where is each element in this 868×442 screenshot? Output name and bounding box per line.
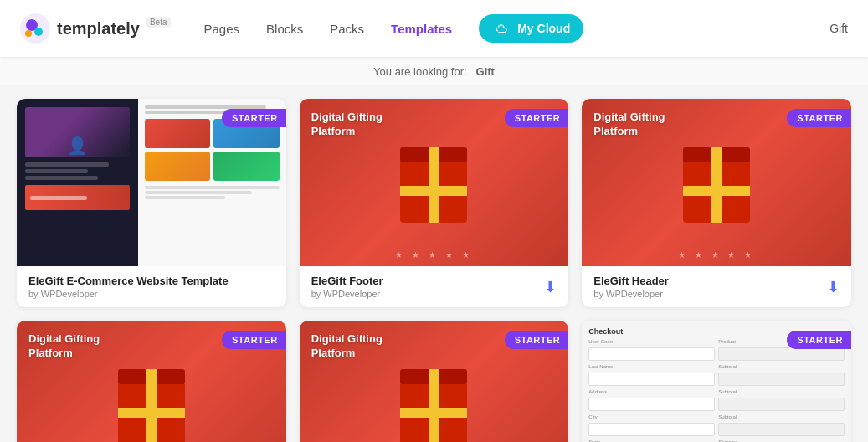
thumb-overlay-5: Digital GiftingPlatform: [311, 332, 383, 361]
logo-icon: [20, 13, 50, 44]
thumb-overlay-2: Digital GiftingPlatform: [311, 110, 383, 139]
card-elegift-ecommerce: STARTER EleGift E-Commerce Website Templ…: [17, 99, 286, 307]
download-button-2[interactable]: ⬇: [544, 278, 557, 296]
checkout-label-2: Last Name: [588, 364, 715, 369]
search-area: Gift: [829, 22, 848, 35]
my-cloud-button[interactable]: My Cloud: [479, 14, 583, 43]
starter-badge-3: STARTER: [787, 109, 851, 127]
thumb-banner: [25, 185, 130, 210]
card-info-2: EleGift Footer by WPDeveloper: [311, 275, 383, 299]
thumb-hero: [25, 107, 130, 157]
card-elegift-footer: Digital GiftingPlatform ★ ★ ★ ★ ★ STARTE…: [300, 99, 569, 307]
card-thumb-elegift-ecommerce[interactable]: STARTER: [17, 99, 286, 266]
thumb-product-4: [213, 152, 279, 181]
card-digital-gifting-2: Digital GiftingPlatform ★ ★ ★ ★ ★ STARTE…: [300, 321, 569, 442]
svg-point-2: [34, 28, 43, 36]
svg-point-4: [492, 19, 511, 38]
card-thumb-elegift-footer[interactable]: Digital GiftingPlatform ★ ★ ★ ★ ★ STARTE…: [300, 99, 569, 266]
search-value[interactable]: Gift: [829, 22, 848, 35]
cloud-icon: [492, 19, 511, 38]
gift-stars-3: ★ ★ ★ ★ ★: [582, 250, 851, 260]
checkout-field-9: [718, 423, 845, 436]
card-title-3: EleGift Header: [593, 275, 669, 287]
starter-badge-1: STARTER: [222, 109, 286, 127]
download-button-3[interactable]: ⬇: [827, 278, 840, 296]
starter-badge-5: STARTER: [505, 331, 569, 349]
ribbon-h-5: [400, 408, 467, 418]
nav-templates[interactable]: Templates: [391, 18, 452, 39]
gift-box-4: [118, 382, 185, 443]
card-info-1: EleGift E-Commerce Website Template by W…: [28, 275, 229, 299]
card-grid: STARTER EleGift E-Commerce Website Templ…: [0, 85, 868, 442]
card-checkout: Checkout User Code Last Name Address Cit…: [582, 321, 851, 442]
thumb-left: [17, 99, 138, 266]
gift-box-5: [400, 382, 467, 443]
ribbon-v-2: [429, 147, 439, 223]
my-cloud-label: My Cloud: [517, 22, 570, 35]
checkout-label-8: Subtotal: [718, 389, 845, 394]
search-prefix: You are looking for:: [373, 65, 467, 78]
card-author-3: by WPDeveloper: [593, 289, 669, 299]
card-footer-1: EleGift E-Commerce Website Template by W…: [17, 266, 286, 307]
checkout-field-7: [718, 373, 845, 386]
ribbon-h-3: [683, 186, 750, 196]
checkout-field-2: [588, 373, 715, 386]
starter-badge-2: STARTER: [505, 109, 569, 127]
thumb-product-3: [145, 152, 210, 181]
svg-point-3: [25, 30, 32, 37]
checkout-col-2: Product Subtotal Subtotal Subtotal Shipp…: [718, 339, 845, 442]
nav-packs[interactable]: Packs: [330, 18, 364, 39]
logo-area: templately Beta: [20, 13, 171, 44]
card-title-1: EleGift E-Commerce Website Template: [28, 275, 229, 287]
checkout-field-8: [718, 398, 845, 411]
ribbon-v-4: [146, 369, 157, 443]
checkout-field-3: [588, 398, 715, 411]
thumb-checkout-form: User Code Last Name Address City State P…: [588, 339, 845, 442]
thumb-products: [145, 119, 280, 181]
checkout-field-1: [588, 347, 715, 361]
ribbon-h-2: [400, 186, 467, 196]
nav-blocks[interactable]: Blocks: [266, 18, 303, 39]
checkout-label-7: Subtotal: [718, 364, 845, 369]
ribbon-v-5: [429, 369, 439, 443]
card-digital-gifting-1: Digital GiftingPlatform ★ ★ ★ ★ ★ STARTE…: [17, 321, 286, 442]
main-nav: Pages Blocks Packs Templates My Cloud: [204, 14, 830, 43]
thumb-overlay-4: Digital GiftingPlatform: [28, 332, 100, 361]
thumb-text-rows: [25, 162, 130, 180]
checkout-label-1: User Code: [588, 339, 715, 344]
gift-box-3: [683, 160, 750, 223]
checkout-label-3: Address: [588, 389, 715, 394]
nav-pages[interactable]: Pages: [204, 18, 240, 39]
search-keyword: Gift: [476, 65, 495, 78]
logo-text: templately: [57, 19, 140, 39]
ribbon-h-4: [118, 408, 185, 418]
search-bar: You are looking for: Gift: [0, 57, 868, 85]
card-footer-2: EleGift Footer by WPDeveloper ⬇: [300, 266, 569, 307]
checkout-field-4: [588, 423, 715, 436]
card-thumb-checkout[interactable]: Checkout User Code Last Name Address Cit…: [582, 321, 851, 442]
card-footer-3: EleGift Header by WPDeveloper ⬇: [582, 266, 851, 307]
header: templately Beta Pages Blocks Packs Templ…: [0, 0, 868, 57]
checkout-label-9: Subtotal: [718, 414, 845, 419]
card-thumb-digital-2[interactable]: Digital GiftingPlatform ★ ★ ★ ★ ★ STARTE…: [300, 321, 569, 442]
card-author-2: by WPDeveloper: [311, 289, 383, 299]
card-info-3: EleGift Header by WPDeveloper: [593, 275, 669, 299]
beta-badge: Beta: [146, 17, 171, 28]
checkout-col-1: User Code Last Name Address City State: [588, 339, 715, 442]
starter-badge-6: STARTER: [787, 331, 851, 349]
gift-stars-2: ★ ★ ★ ★ ★: [300, 250, 569, 260]
starter-badge-4: STARTER: [222, 331, 286, 349]
checkout-field-6: [718, 347, 845, 361]
card-thumb-elegift-header[interactable]: Digital GiftingPlatform ★ ★ ★ ★ ★ STARTE…: [582, 99, 851, 266]
thumb-product-1: [145, 119, 210, 148]
thumb-footer-rows: [145, 186, 280, 199]
card-thumb-digital-1[interactable]: Digital GiftingPlatform ★ ★ ★ ★ ★ STARTE…: [17, 321, 286, 442]
card-elegift-header: Digital GiftingPlatform ★ ★ ★ ★ ★ STARTE…: [582, 99, 851, 307]
gift-box-2: [400, 160, 467, 223]
checkout-label-4: City: [588, 414, 715, 419]
card-title-2: EleGift Footer: [311, 275, 383, 287]
card-author-1: by WPDeveloper: [28, 289, 229, 299]
thumb-overlay-3: Digital GiftingPlatform: [593, 110, 665, 139]
ribbon-v-3: [711, 147, 722, 223]
